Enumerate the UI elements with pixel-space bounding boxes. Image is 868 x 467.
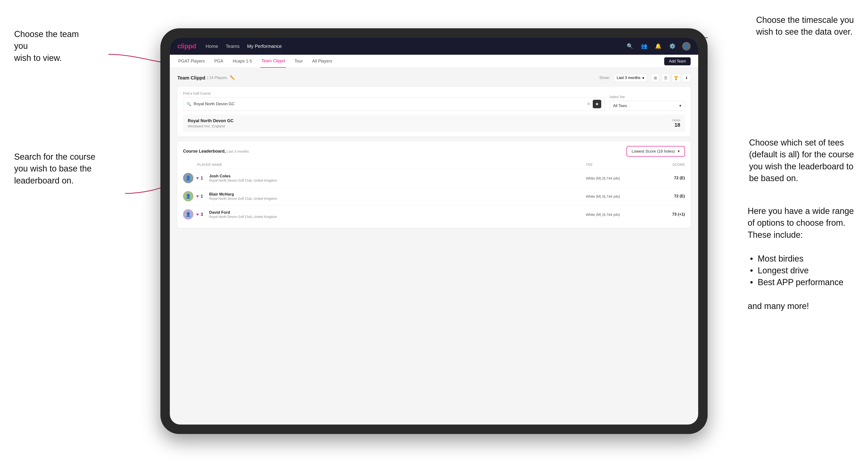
nav-icons: 🔍 👥 🔔 ⚙️ 👤 [625, 42, 691, 51]
tee-info: White (M) (6,744 yds) [586, 194, 657, 198]
leaderboard-title: Course Leaderboard, [183, 149, 226, 154]
edit-icon[interactable]: ✏️ [230, 75, 235, 81]
sub-nav: PGAT Players PGA Hcaps 1-5 Team Clippd T… [170, 55, 698, 68]
annotation-top-right-text: Choose the timescale youwish to see the … [756, 15, 854, 36]
users-icon[interactable]: 👥 [640, 42, 648, 51]
heart-icon[interactable]: ♥ [196, 212, 199, 217]
rank-number: 3 [201, 212, 206, 217]
team-count: | 14 Players [207, 76, 227, 80]
leaderboard-table: PLAYER NAME TEE SCORE 👤 ♥ 1 Josh Coles [183, 160, 685, 223]
app-logo: clippd [177, 42, 196, 50]
sub-nav-all-players[interactable]: All Players [311, 55, 333, 68]
sub-nav-pga[interactable]: PGA [213, 55, 224, 68]
score-select[interactable]: Lowest Score (18 holes) ▾ [626, 146, 685, 157]
rank-number: 1 [201, 176, 206, 181]
golf-course-field: Find a Golf Course 🔍 ✕ ★ [183, 92, 605, 111]
download-button[interactable]: ⬇ [682, 73, 691, 82]
chevron-down-icon: ▾ [642, 76, 644, 80]
grid-view-button[interactable]: ⊞ [651, 73, 659, 82]
search-input-wrap[interactable]: 🔍 ✕ ★ [183, 97, 605, 111]
chevron-down-icon: ▾ [679, 103, 681, 108]
tee-info: White (M) (6,744 yds) [586, 213, 657, 217]
search-icon[interactable]: 🔍 [625, 42, 634, 51]
table-row: 👤 ♥ 1 Blair McHarg Royal North Devon Gol… [183, 187, 685, 206]
score-info: 72 (E) [657, 176, 685, 181]
score-select-wrap: Lowest Score (18 holes) ▾ [626, 146, 685, 157]
find-course-label: Find a Golf Course [183, 92, 605, 95]
player-info: David Ford Royal North Devon Golf Club, … [209, 210, 586, 219]
show-select[interactable]: Last 3 months ▾ [614, 74, 647, 82]
search-row: Find a Golf Course 🔍 ✕ ★ Select Tee All … [183, 92, 685, 111]
sub-nav-team-clippd[interactable]: Team Clippd [260, 55, 286, 68]
team-header: Team Clippd | 14 Players ✏️ Show: Last 3… [177, 73, 691, 82]
player-club: Royal North Devon Golf Club, United King… [209, 179, 586, 182]
holes-box: Holes 18 [673, 118, 680, 128]
avatar: 👤 [183, 209, 193, 220]
course-result: Royal North Devon GC Westward Ho!, Engla… [183, 115, 685, 132]
tee-info: White (M) (6,744 yds) [586, 176, 657, 180]
score-info: 72 (E) [657, 194, 685, 198]
leaderboard-subtitle: Last 3 months [227, 149, 249, 153]
player-club: Royal North Devon Golf Club, United King… [209, 197, 586, 200]
content-area: Team Clippd | 14 Players ✏️ Show: Last 3… [170, 68, 698, 234]
tee-select[interactable]: All Tees ▾ [610, 101, 685, 111]
table-row: 👤 ♥ 1 Josh Coles Royal North Devon Golf … [183, 169, 685, 187]
table-header: PLAYER NAME TEE SCORE [183, 160, 685, 169]
col-score-header: SCORE [657, 163, 685, 166]
show-label: Show: [599, 76, 610, 80]
tee-value: All Tees [613, 103, 627, 108]
sub-nav-tour[interactable]: Tour [293, 55, 304, 68]
annotation-top-left-text: Choose the team youwish to view. [14, 29, 79, 63]
player-name: David Ford [209, 210, 586, 215]
add-team-button[interactable]: Add Team [664, 57, 691, 65]
tablet-frame: clippd Home Teams My Performance 🔍 👥 🔔 ⚙… [160, 28, 708, 434]
clear-icon[interactable]: ✕ [587, 101, 590, 106]
course-location: Westward Ho!, England [188, 124, 234, 128]
player-name: Josh Coles [209, 174, 586, 179]
avatar[interactable]: 👤 [682, 42, 691, 51]
heart-icon[interactable]: ♥ [196, 194, 199, 199]
leaderboard-section: Course Leaderboard, Last 3 months Lowest… [177, 141, 691, 228]
holes-value: 18 [673, 122, 680, 128]
score-option-value: Lowest Score (18 holes) [632, 149, 675, 154]
team-name: Team Clippd [177, 75, 206, 81]
course-name: Royal North Devon GC [188, 118, 234, 123]
player-club: Royal North Devon Golf Club, United King… [209, 215, 586, 219]
annotation-middle-right-text: Choose which set of tees(default is all)… [749, 138, 854, 183]
nav-bar: clippd Home Teams My Performance 🔍 👥 🔔 ⚙… [170, 38, 698, 55]
nav-teams[interactable]: Teams [226, 43, 240, 50]
chevron-down-icon: ▾ [678, 149, 680, 154]
avatar: 👤 [183, 173, 193, 183]
team-header-right: Show: Last 3 months ▾ ⊞ ☰ 🏆 ⬇ [599, 73, 691, 82]
trophy-icon-button[interactable]: 🏆 [672, 73, 680, 82]
star-button[interactable]: ★ [593, 100, 601, 108]
annotation-top-left: Choose the team youwish to view. [14, 28, 90, 64]
holes-label: Holes [673, 118, 680, 122]
heart-icon[interactable]: ♥ [196, 176, 199, 181]
col-player-header: PLAYER NAME [197, 163, 586, 166]
rank-number: 1 [201, 194, 206, 199]
nav-my-performance[interactable]: My Performance [247, 43, 282, 50]
select-tee-label: Select Tee [610, 95, 685, 99]
score-info: 73 (+1) [657, 212, 685, 217]
player-name: Blair McHarg [209, 192, 586, 197]
search-card: Find a Golf Course 🔍 ✕ ★ Select Tee All … [177, 87, 691, 136]
sub-nav-hcaps[interactable]: Hcaps 1-5 [231, 55, 253, 68]
nav-links: Home Teams My Performance [206, 43, 625, 50]
sub-nav-pgat[interactable]: PGAT Players [177, 55, 206, 68]
view-icons: ⊞ ☰ 🏆 ⬇ [651, 73, 691, 82]
annotation-middle-left-text: Search for the courseyou wish to base th… [14, 152, 95, 185]
tee-field: Select Tee All Tees ▾ [610, 95, 685, 111]
bell-icon[interactable]: 🔔 [654, 42, 662, 51]
avatar: 👤 [183, 191, 193, 201]
annotation-top-right: Choose the timescale youwish to see the … [756, 14, 854, 38]
annotation-middle-left: Search for the courseyou wish to base th… [14, 151, 95, 187]
course-search-input[interactable] [194, 102, 585, 106]
settings-icon[interactable]: ⚙️ [668, 42, 677, 51]
show-value: Last 3 months [617, 76, 641, 80]
search-icon: 🔍 [187, 102, 191, 106]
list-view-button[interactable]: ☰ [661, 73, 670, 82]
col-rank-header [183, 163, 197, 166]
nav-home[interactable]: Home [206, 43, 218, 50]
player-info: Blair McHarg Royal North Devon Golf Club… [209, 192, 586, 200]
